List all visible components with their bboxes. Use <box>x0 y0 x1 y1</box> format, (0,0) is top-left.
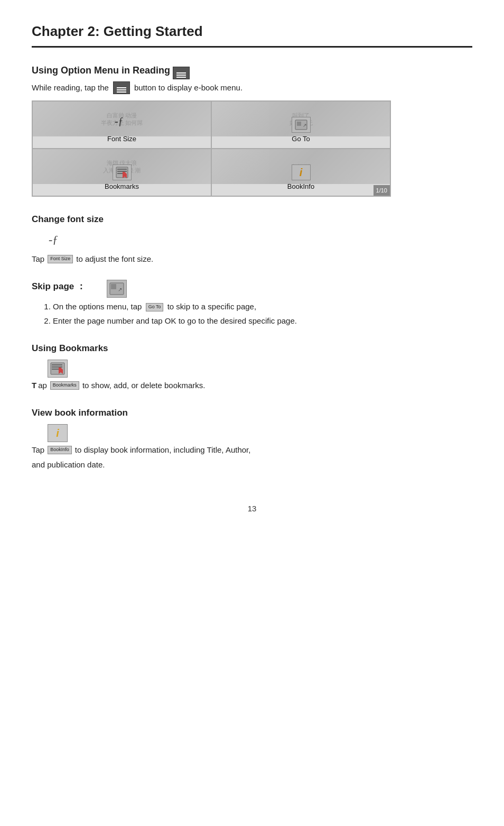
skip-step-2: Enter the page number and tap OK to go t… <box>53 315 472 327</box>
bookmarks-tap-line: Tap Bookmarks to show, add, or delete bo… <box>32 380 472 392</box>
bookmarks-tap-bold: T <box>32 380 36 392</box>
svg-rect-15 <box>52 366 62 368</box>
menu-cell-bookinfo: 年轻 潮 i BookInfo 1/10 <box>211 149 390 196</box>
bookinfo-heading: View book information <box>32 406 472 420</box>
section-skip-page: Skip page ： ↗ On the options menu, tap G… <box>32 280 472 327</box>
section-bookinfo: View book information i Tap BookInfo to … <box>32 406 472 471</box>
step1-suffix: to skip to a specific page, <box>167 302 256 311</box>
menu-cell-bookmarks: 海阔 伐大浪入海中 年轻 潮 Bookmarks <box>32 149 211 196</box>
page-number: 13 <box>32 503 472 515</box>
goto-icon: ↗ <box>292 117 311 133</box>
svg-rect-6 <box>117 171 127 172</box>
font-size-tap-line: Tap Font Size to adjust the font size. <box>32 253 472 265</box>
menu-grid: 白富帅 动漫半夜方止 如何屌 -ƒ Font Size 叫到了如何屌无 ↗ <box>32 100 391 197</box>
skip-page-heading: Skip page ： <box>32 280 86 293</box>
bookinfo-tap-prefix: Tap <box>32 444 44 456</box>
bookinfo-label: BookInfo <box>287 181 314 192</box>
intro-prefix: While reading, tap the <box>32 82 109 94</box>
section-using-option-title: Using Option Menu in Reading <box>32 63 472 79</box>
bookmarks-label: Bookmarks <box>105 181 139 192</box>
svg-text:-ƒ: -ƒ <box>115 115 124 127</box>
font-tap-prefix: Tap <box>32 253 44 265</box>
menu-cell-goto: 叫到了如何屌无 ↗ Go To <box>211 101 390 149</box>
bookmarks-large-icon <box>48 360 68 378</box>
fontsize-label: Font Size <box>107 134 136 144</box>
bookmarks-tap-rest: ap <box>38 380 47 392</box>
bookmarks-inline-label: Bookmarks <box>53 382 77 389</box>
fontsize-inline-img: Font Size <box>48 255 73 263</box>
intro-line: While reading, tap the button to display… <box>32 81 472 94</box>
intro-suffix: button to display e-book menu. <box>134 82 242 94</box>
fontsize-large-icon: -ƒ <box>48 231 472 251</box>
bookmarks-tap-suffix: to show, add, or delete bookmarks. <box>82 380 206 392</box>
bookinfo-tap-line: Tap BookInfo to display book information… <box>32 444 472 456</box>
chapter-title: Chapter 2: Getting Started <box>32 21 472 42</box>
bookmarks-icon <box>113 164 132 180</box>
bookmarks-inline-img: Bookmarks <box>50 381 79 390</box>
menu-icon-inline <box>113 81 130 94</box>
svg-text:↗: ↗ <box>303 123 307 128</box>
svg-rect-14 <box>52 364 62 365</box>
goto-inline-label: Go To <box>148 304 161 311</box>
svg-rect-5 <box>117 169 127 170</box>
section-font-size: Change font size -ƒ Tap Font Size to adj… <box>32 213 472 265</box>
bookinfo-inline-label: BookInfo <box>50 446 69 454</box>
goto-inline-img: Go To <box>146 303 164 311</box>
fontsize-inline-label: Font Size <box>50 255 70 263</box>
skip-step-1: On the options menu, tap Go To to skip t… <box>53 301 472 313</box>
fontsize-icon: -ƒ <box>113 114 132 133</box>
page-badge: 1/10 <box>374 185 390 196</box>
bookinfo-large-icon: i <box>48 424 68 442</box>
svg-rect-16 <box>52 369 59 370</box>
font-tap-suffix: to adjust the font size. <box>76 253 153 265</box>
svg-text:↗: ↗ <box>118 287 122 292</box>
svg-rect-2 <box>297 122 301 126</box>
bookinfo-continuation: and publication date. <box>32 459 472 471</box>
bookinfo-icon: i <box>292 164 311 180</box>
bookinfo-inline-img: BookInfo <box>48 446 72 454</box>
bookmarks-heading: Using Bookmarks <box>32 342 472 355</box>
skip-page-list: On the options menu, tap Go To to skip t… <box>53 301 472 327</box>
step1-prefix: On the options menu, tap <box>53 302 142 311</box>
goto-label: Go To <box>292 134 310 144</box>
goto-large-display-icon: ↗ <box>107 280 127 298</box>
font-size-heading: Change font size <box>32 213 472 226</box>
section-bookmarks: Using Bookmarks Tap Bookmarks to show, a… <box>32 342 472 391</box>
chapter-divider <box>32 46 472 48</box>
menu-icon-title <box>173 67 190 79</box>
svg-rect-11 <box>111 284 116 289</box>
svg-text:-ƒ: -ƒ <box>49 233 58 246</box>
menu-cell-fontsize: 白富帅 动漫半夜方止 如何屌 -ƒ Font Size <box>32 101 211 149</box>
bookinfo-tap-suffix: to display book information, including T… <box>75 444 251 456</box>
using-option-title-text: Using Option Menu in Reading <box>32 65 170 76</box>
skip-page-header-row: Skip page ： ↗ <box>32 280 472 298</box>
section-using-option-menu: Using Option Menu in Reading While readi… <box>32 63 472 197</box>
